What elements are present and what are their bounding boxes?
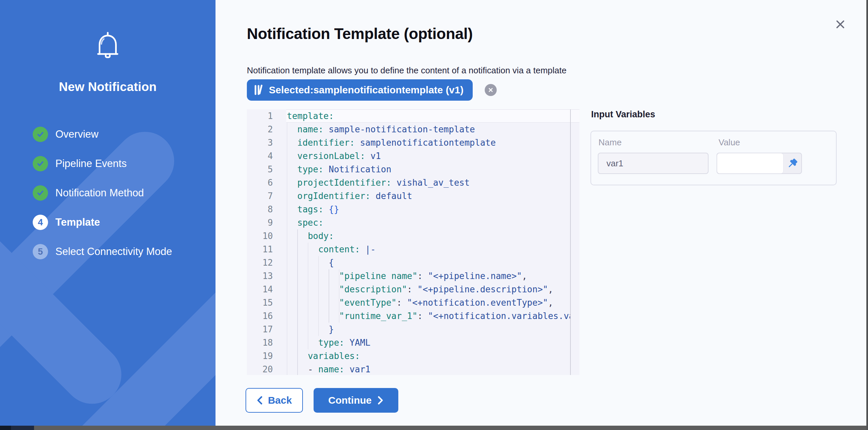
step-number-badge: 5 (33, 244, 48, 259)
selected-template-chip[interactable]: Selected:samplenotificationtemplate (v1) (247, 79, 473, 101)
wizard-title: New Notification (0, 80, 216, 94)
code-line: "pipeline name": "<+pipeline.name>", (287, 269, 527, 283)
code-line: "runtime_var_1": "<+notification.variabl… (287, 309, 570, 323)
variable-value-field (717, 153, 802, 174)
line-number: 18 (247, 336, 273, 349)
code-line: tags: {} (287, 203, 339, 216)
chevron-right-icon (378, 396, 384, 405)
line-number: 5 (247, 163, 273, 176)
line-number: 19 (247, 349, 273, 363)
code-line: type: Notification (287, 163, 391, 176)
input-variables-card: Name Value (590, 131, 837, 185)
code-line: body: (287, 229, 334, 243)
line-number: 3 (247, 136, 273, 149)
continue-button[interactable]: Continue (314, 388, 398, 413)
code-line: "description": "<+pipeline.description>"… (287, 283, 553, 296)
line-number: 20 (247, 363, 273, 376)
line-number: 12 (247, 256, 273, 269)
line-number: 11 (247, 243, 273, 256)
new-notification-modal: New Notification OverviewPipeline Events… (0, 0, 868, 430)
line-number: 17 (247, 323, 273, 336)
code-line: name: sample-notification-template (287, 123, 475, 136)
taskbar-strip (0, 426, 868, 430)
step-check-icon (33, 127, 48, 142)
line-number: 13 (247, 269, 273, 283)
line-number: 6 (247, 176, 273, 189)
variable-value-input[interactable] (717, 153, 784, 174)
remove-template-icon[interactable] (485, 84, 497, 96)
sidebar-step-template[interactable]: 4Template (33, 215, 172, 230)
line-number: 14 (247, 283, 273, 296)
sidebar-step-notification-method[interactable]: Notification Method (33, 185, 172, 201)
page-title: Notification Template (optional) (247, 25, 473, 43)
name-column-label: Name (598, 137, 621, 148)
line-number: 15 (247, 296, 273, 309)
line-number: 7 (247, 189, 273, 203)
continue-button-label: Continue (328, 395, 372, 406)
wizard-sidebar: New Notification OverviewPipeline Events… (0, 0, 216, 426)
code-line: "eventType": "<+notification.eventType>"… (287, 296, 553, 309)
line-number: 10 (247, 229, 273, 243)
page-description: Notification template allows you to defi… (247, 65, 566, 76)
step-label: Select Connectivity Mode (55, 246, 172, 258)
code-line: versionLabel: v1 (287, 149, 381, 163)
close-icon[interactable] (832, 16, 849, 33)
code-line: orgIdentifier: default (287, 189, 412, 203)
code-line: - name: var1 (287, 363, 371, 375)
editor-scrollbar-track (570, 109, 571, 375)
code-line: { (287, 256, 334, 269)
line-number: 4 (247, 149, 273, 163)
step-label: Overview (55, 128, 98, 140)
step-label: Pipeline Events (55, 158, 127, 170)
step-number-badge: 4 (33, 215, 48, 230)
editor-code: template: name: sample-notification-temp… (287, 109, 570, 375)
back-button-label: Back (268, 395, 292, 406)
template-library-icon (254, 84, 264, 96)
code-line: identifier: samplenotificationtemplate (287, 136, 496, 149)
code-line: type: YAML (287, 336, 370, 349)
step-label: Notification Method (55, 187, 144, 199)
code-line: content: |- (287, 243, 376, 256)
runtime-input-pin-icon[interactable] (785, 157, 799, 171)
chevron-left-icon (256, 396, 262, 405)
step-label: Template (55, 216, 100, 228)
code-line: variables: (287, 349, 360, 363)
code-line: spec: (287, 216, 323, 229)
line-number: 8 (247, 203, 273, 216)
code-line: projectIdentifier: vishal_av_test (287, 176, 470, 189)
sidebar-step-pipeline-events[interactable]: Pipeline Events (33, 156, 172, 171)
line-number: 16 (247, 309, 273, 323)
code-line: template: (287, 109, 334, 123)
window-edge-strip (866, 0, 868, 430)
back-button[interactable]: Back (246, 388, 303, 413)
value-column-label: Value (718, 137, 740, 148)
sidebar-step-select-connectivity-mode[interactable]: 5Select Connectivity Mode (33, 244, 172, 259)
line-number: 2 (247, 123, 273, 136)
sidebar-step-overview[interactable]: Overview (33, 127, 172, 142)
line-number: 1 (247, 109, 273, 123)
code-line: } (287, 323, 334, 336)
wizard-steps: OverviewPipeline EventsNotification Meth… (33, 127, 172, 273)
line-number: 9 (247, 216, 273, 229)
input-variables-title: Input Variables (591, 109, 655, 120)
bell-icon (92, 31, 123, 64)
step-check-icon (33, 156, 48, 171)
selected-template-label: Selected:samplenotificationtemplate (v1) (269, 84, 463, 96)
step-check-icon (33, 185, 48, 201)
variable-name-input[interactable] (598, 153, 709, 174)
yaml-editor[interactable]: 1234567891011121314151617181920 template… (247, 109, 580, 375)
